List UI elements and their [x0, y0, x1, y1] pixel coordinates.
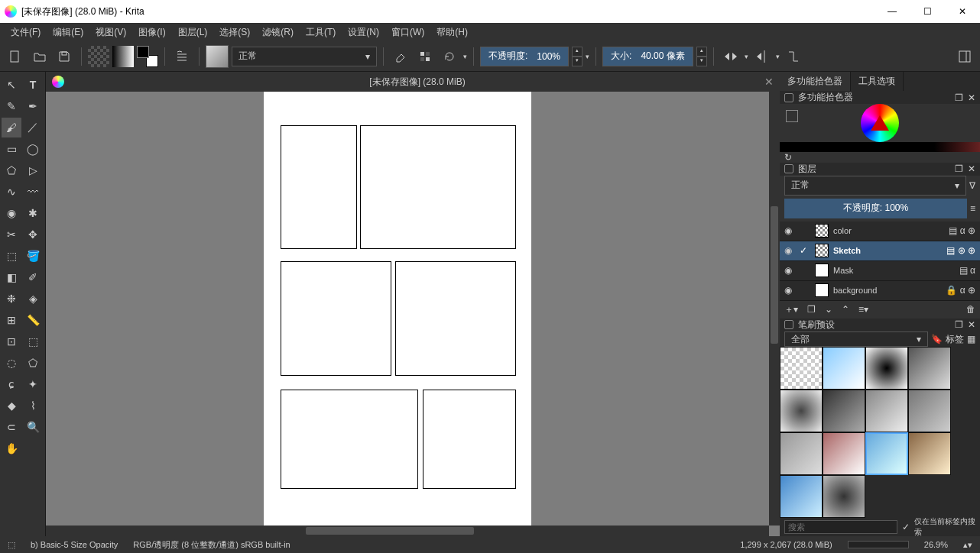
dynamic-brush-tool[interactable]: ◉: [2, 203, 21, 223]
menu-settings[interactable]: 设置(N): [343, 24, 384, 40]
freehand-select-tool[interactable]: ɕ: [2, 374, 21, 394]
assistant-tool[interactable]: ⊞: [2, 310, 21, 330]
crop-tool[interactable]: ✂: [2, 225, 21, 244]
contiguous-select-tool[interactable]: ✦: [23, 374, 43, 394]
checkbox-icon[interactable]: ✓: [800, 245, 810, 256]
close-panel-icon[interactable]: ✕: [968, 319, 975, 330]
zoom-tool[interactable]: 🔍: [23, 417, 43, 437]
brush-preset[interactable]: [823, 347, 865, 390]
polyline-tool[interactable]: ▷: [23, 160, 43, 180]
gradient-tool[interactable]: ◧: [2, 267, 21, 287]
transform-tool[interactable]: ⬚: [2, 246, 21, 266]
menu-edit[interactable]: 编辑(E): [48, 24, 88, 40]
wrap-icon[interactable]: [783, 46, 804, 67]
pattern-swatch[interactable]: [88, 46, 109, 67]
fill-tool[interactable]: 🪣: [23, 246, 43, 266]
move-tool[interactable]: ✥: [23, 225, 43, 244]
workspace-icon[interactable]: [954, 46, 975, 67]
chevron-down-icon[interactable]: ▾: [776, 53, 780, 60]
chevron-down-icon[interactable]: ▾: [463, 53, 467, 60]
canvas-viewport[interactable]: [46, 92, 780, 536]
layer-props-icon[interactable]: ▤ α: [959, 265, 975, 276]
lock-icon[interactable]: [784, 164, 793, 173]
menu-icon[interactable]: ≡: [970, 203, 975, 214]
brush-preset[interactable]: [865, 432, 908, 475]
brush-preset[interactable]: [865, 347, 908, 390]
measure-tool[interactable]: 📏: [23, 310, 43, 330]
color-history[interactable]: [780, 142, 980, 151]
gradient-swatch[interactable]: [112, 46, 134, 67]
menu-window[interactable]: 窗口(W): [387, 24, 429, 40]
color-config-icon[interactable]: [786, 110, 798, 122]
ellipse-select-tool[interactable]: ◌: [2, 353, 21, 373]
similar-select-tool[interactable]: ◆: [2, 396, 21, 416]
brush-preset[interactable]: [780, 390, 823, 432]
tab-tool-options[interactable]: 工具选项: [851, 72, 904, 91]
rect-tool[interactable]: ▭: [2, 139, 21, 159]
pattern-tool[interactable]: ❉: [2, 289, 21, 309]
visibility-icon[interactable]: ◉: [784, 245, 795, 256]
opacity-spinner[interactable]: ▴▾: [572, 47, 582, 66]
mirror-v-icon[interactable]: [751, 46, 773, 67]
polygon-tool[interactable]: ⬠: [2, 160, 21, 180]
save-file-icon[interactable]: [54, 46, 75, 67]
freehand-path-tool[interactable]: 〰: [23, 182, 43, 202]
delete-layer-icon[interactable]: 🗑: [966, 304, 975, 315]
ellipse-tool[interactable]: ◯: [23, 139, 43, 159]
menu-file[interactable]: 文件(F): [6, 24, 45, 40]
mirror-h-icon[interactable]: [720, 46, 741, 67]
tab-color-picker[interactable]: 多功能拾色器: [780, 72, 851, 91]
close-doc-icon[interactable]: ✕: [764, 76, 774, 88]
brush-search-input[interactable]: [784, 520, 897, 534]
maximize-button[interactable]: ☐: [910, 0, 945, 23]
visibility-icon[interactable]: ◉: [784, 265, 795, 276]
smart-fill-tool[interactable]: ◈: [23, 289, 43, 309]
magnetic-select-tool[interactable]: ⊂: [2, 417, 21, 437]
layer-row[interactable]: ◉ Mask ▤ α: [780, 261, 980, 281]
brush-tool[interactable]: 🖌: [2, 118, 21, 137]
zoom-slider[interactable]: [848, 541, 909, 548]
layer-row[interactable]: ◉ ✓ Sketch ▤ ⊛ ⊕: [780, 241, 980, 261]
move-down-icon[interactable]: ⌄: [825, 304, 832, 315]
chevron-down-icon[interactable]: ▾: [586, 53, 589, 60]
float-icon[interactable]: ❐: [955, 92, 963, 103]
view-mode-icon[interactable]: ▦: [967, 334, 975, 344]
fg-bg-swatch[interactable]: [137, 46, 158, 67]
visibility-icon[interactable]: ◉: [784, 285, 795, 296]
layer-props-icon[interactable]: ▤ α ⊕: [949, 225, 975, 236]
pan-tool[interactable]: ✋: [2, 438, 21, 458]
multibrush-tool[interactable]: ✱: [23, 203, 43, 223]
checkbox-icon[interactable]: ✓: [902, 522, 910, 532]
layer-props-icon[interactable]: 🔒 α ⊕: [946, 285, 975, 296]
bezier-select-tool[interactable]: ⌇: [23, 396, 43, 416]
open-file-icon[interactable]: [29, 46, 50, 67]
zoom-spinner[interactable]: ▴▾: [963, 540, 972, 550]
size-spinner[interactable]: ▴▾: [696, 47, 707, 66]
reload-icon[interactable]: [439, 46, 460, 67]
brush-preset-thumb[interactable]: [206, 45, 229, 68]
select-mode-icon[interactable]: ⬚: [8, 540, 15, 550]
close-button[interactable]: ✕: [945, 0, 980, 23]
chevron-down-icon[interactable]: ▾: [745, 53, 748, 60]
brush-preset[interactable]: [908, 347, 951, 390]
minimize-button[interactable]: —: [875, 0, 910, 23]
brush-preset[interactable]: [780, 475, 823, 518]
refresh-icon[interactable]: ↻: [784, 152, 792, 163]
brush-preset[interactable]: [865, 390, 908, 432]
calligraphy-tool[interactable]: ✒: [23, 96, 43, 116]
move-up-icon[interactable]: ⌃: [842, 304, 849, 315]
bookmark-icon[interactable]: 🔖: [931, 334, 943, 344]
brush-preset[interactable]: [780, 347, 823, 390]
lock-icon[interactable]: [784, 93, 793, 102]
line-tool[interactable]: ／: [23, 118, 43, 137]
brush-preset[interactable]: [823, 475, 865, 518]
brush-preset[interactable]: [780, 432, 823, 475]
edit-shape-tool[interactable]: ✎: [2, 96, 21, 116]
layer-blend-combo[interactable]: 正常▾: [784, 176, 966, 196]
float-icon[interactable]: ❐: [955, 163, 963, 174]
layer-row[interactable]: ◉ color ▤ α ⊕: [780, 222, 980, 241]
brush-preset[interactable]: [823, 432, 865, 475]
select-tool[interactable]: ↖: [2, 75, 21, 95]
close-panel-icon[interactable]: ✕: [968, 163, 975, 174]
color-wheel[interactable]: [780, 104, 980, 142]
